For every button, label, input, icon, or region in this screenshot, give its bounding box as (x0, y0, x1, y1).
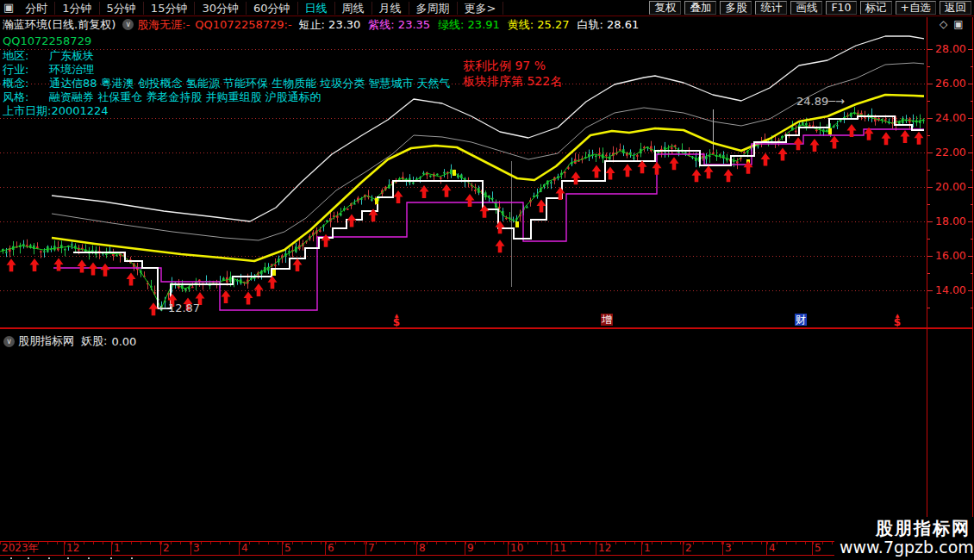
toolbar-button[interactable]: F10 (826, 1, 856, 15)
event-marker[interactable]: 财 (795, 314, 807, 326)
period-item[interactable]: 15分钟 (144, 2, 196, 15)
toolbar-button[interactable]: +自选 (896, 1, 936, 15)
diamond-icon[interactable]: ◇ (940, 18, 953, 30)
date-axis-cell: 5 (813, 542, 837, 555)
toolbar-button[interactable]: 多股 (720, 1, 752, 15)
date-axis-cell: 10 (509, 542, 552, 555)
clipped-text-fragment (10, 557, 12, 559)
info-value: 通达信88 粤港澳 创投概念 氢能源 节能环保 生物质能 垃圾分类 智慧城市 天… (49, 77, 451, 90)
legend-item: 绿线: 23.91 (438, 18, 500, 31)
date-ticks (813, 542, 836, 544)
watermark-title: 股朋指标网 (840, 519, 971, 538)
date-ticks (723, 542, 766, 544)
period-item[interactable]: 日线 (298, 2, 335, 15)
clipped-text-fragment (88, 557, 90, 559)
event-marker[interactable]: 增 (601, 314, 613, 326)
date-axis-cell: 3 (191, 542, 240, 555)
price-axis[interactable]: ◇▣ 28.0026.0024.0022.0020.0018.0016.0014… (927, 17, 974, 557)
indicator-pane[interactable]: ∨ 股朋指标网 妖股: 0.00 (0, 329, 927, 541)
high-price-value: 24.89 (796, 95, 828, 108)
axis-minor-tick (971, 308, 973, 308)
date-ticks (366, 542, 416, 544)
info-label: 概念: (3, 77, 49, 90)
period-item[interactable]: 60分钟 (247, 2, 298, 15)
price-axis-label: 18.00 (935, 215, 966, 227)
clipped-text-fragment (28, 557, 29, 559)
info-row: 地区:广东板块 (3, 49, 451, 63)
info-label: 地区: (3, 49, 49, 63)
period-item[interactable]: 30分钟 (195, 2, 247, 15)
price-axis-label: 26.00 (935, 77, 966, 90)
info-row: 概念:通达信88 粤港澳 创投概念 氢能源 节能环保 生物质能 垃圾分类 智慧城… (3, 77, 451, 90)
axis-minor-tick (927, 170, 930, 171)
axis-minor-tick (971, 204, 973, 205)
window-layout-icon[interactable]: ▣ (0, 0, 18, 16)
axis-tick (927, 84, 933, 84)
axis-minor-tick (927, 239, 930, 240)
chart-title-bar: 瀚蓝环境(日线.前复权) ∨ 股海无涯:- QQ1072258729:- 短止:… (0, 16, 974, 33)
tdx-app-window: ▣ 分时1分钟5分钟15分钟30分钟60分钟日线周线月线多周期更多> 复权叠加多… (0, 0, 974, 560)
axis-minor-tick (971, 101, 973, 102)
bottom-clipped-row (0, 557, 974, 560)
period-item[interactable]: 周线 (335, 2, 372, 15)
date-axis-cell: 5 (283, 542, 326, 555)
panel-icon[interactable]: ▣ (953, 18, 969, 30)
date-ticks (552, 542, 596, 544)
profit-ratio-text: 获利比例 97 % (463, 59, 546, 74)
axis-tick (968, 49, 973, 50)
period-item[interactable]: 分时 (18, 2, 55, 15)
period-item[interactable]: 5分钟 (100, 2, 144, 15)
info-label: 行业: (3, 63, 49, 77)
axis-minor-tick (971, 135, 973, 136)
collapse-chevron-icon[interactable]: ∨ (122, 19, 134, 30)
indicator-label: 妖股: (81, 333, 107, 349)
marker-hat-icon: ▲ (390, 314, 403, 317)
toolbar-button[interactable]: 返回 (940, 1, 971, 15)
date-ticks (684, 542, 722, 544)
toolbar-button[interactable]: 标记 (860, 1, 892, 15)
watermark: 股朋指标网 www.7gpzb.com (834, 517, 974, 558)
dividend-marker[interactable]: ▲$ (390, 314, 403, 327)
toolbar-button[interactable]: 复权 (649, 1, 681, 15)
date-ticks (112, 542, 160, 544)
legend-item: 白轨: 28.61 (578, 18, 640, 31)
dividend-marker[interactable]: ▲$ (891, 314, 903, 327)
price-axis-label: 24.00 (935, 111, 966, 124)
axis-tick (968, 290, 973, 291)
period-item[interactable]: 多周期 (409, 2, 458, 15)
toolbar-button[interactable]: 画线 (790, 1, 822, 15)
period-item[interactable]: 更多> (458, 2, 504, 15)
info-label: 上市日期: (3, 104, 51, 118)
date-axis-cell: 4 (240, 542, 283, 555)
axis-tick (968, 187, 973, 188)
info-value: 环境治理 (49, 63, 94, 77)
toolbar-button[interactable]: 叠加 (684, 1, 716, 15)
date-ticks (191, 542, 239, 544)
axis-tick (927, 187, 933, 188)
axis-minor-tick (927, 273, 930, 274)
date-axis[interactable]: 2023年121234567891011121234520 (0, 541, 927, 556)
axis-tick (968, 152, 973, 153)
date-axis-cell: 2 (161, 542, 191, 555)
axis-corner-icons[interactable]: ◇▣ (940, 18, 970, 30)
high-price-label: 24.89─→ (796, 95, 845, 108)
axis-minor-tick (971, 239, 973, 240)
toolbar-button[interactable]: 统计 (755, 1, 787, 15)
period-item[interactable]: 1分钟 (55, 2, 99, 15)
collapse-chevron-icon[interactable]: ∨ (3, 336, 15, 347)
date-ticks (0, 542, 64, 544)
price-axis-label: 14.00 (935, 283, 966, 296)
sector-rank-text: 板块排序第 522名 (463, 74, 562, 90)
info-label: 风格: (3, 90, 49, 104)
date-ticks (642, 542, 683, 544)
indicator-value: 0.00 (111, 335, 136, 348)
date-axis-cell: 4 (767, 542, 813, 555)
clipped-text-fragment (67, 557, 69, 559)
period-item[interactable]: 月线 (372, 2, 409, 15)
indicator-source: 股海无涯:- (137, 17, 190, 33)
axis-minor-tick (927, 66, 930, 67)
date-ticks (767, 542, 812, 544)
toolbar-buttons: 复权叠加多股统计画线F10标记+自选返回 (649, 1, 974, 15)
date-axis-cell: 2023年 (0, 542, 65, 555)
indicator-name: 股朋指标网 (18, 333, 74, 349)
